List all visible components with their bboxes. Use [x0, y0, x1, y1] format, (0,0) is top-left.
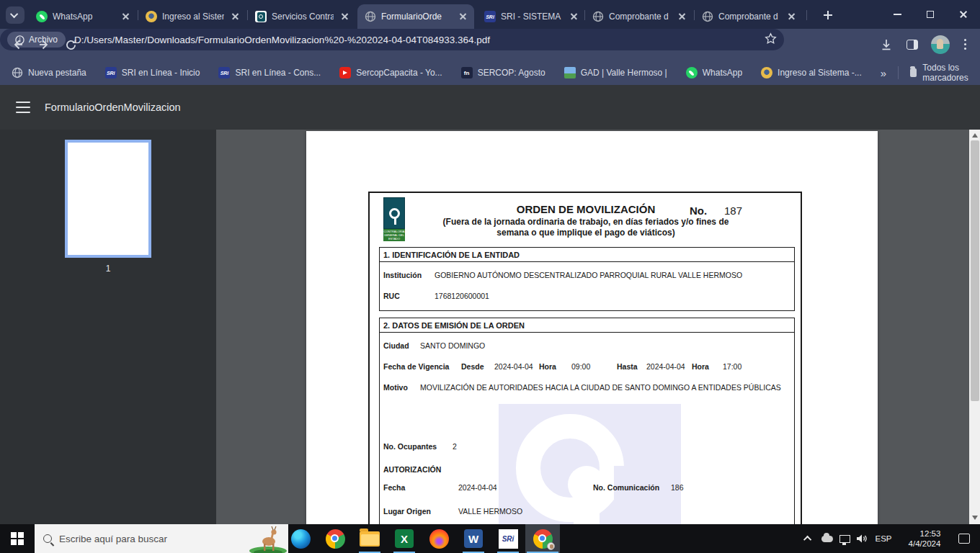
tray-network[interactable]: [836, 524, 853, 553]
ciudad-value: SANTO DOMINGO: [420, 341, 485, 350]
bookmarks-overflow-chevron[interactable]: »: [881, 67, 886, 79]
tray-clock[interactable]: 12:53 4/4/2024: [901, 524, 948, 553]
taskbar-chrome-active[interactable]: [525, 524, 560, 553]
url-text[interactable]: D:/Users/Master/Downloads/FormularioOrde…: [74, 35, 759, 45]
bookmark-ingreso-sistema[interactable]: Ingreso al Sistema -...: [761, 67, 862, 78]
bookmark-sercop-agosto[interactable]: fn SERCOP: Agosto: [461, 67, 545, 78]
tray-language[interactable]: ESP: [870, 524, 896, 553]
gad-photo-icon: [564, 67, 576, 78]
clock-time: 12:53: [920, 529, 941, 538]
tab-close-icon[interactable]: [568, 11, 580, 23]
taskbar-chrome[interactable]: [318, 524, 352, 553]
section2-header: 2. DATOS DE EMISIÓN DE LA ORDEN: [379, 318, 795, 333]
taskbar-search-box[interactable]: Escribe aquí para buscar: [35, 524, 288, 553]
bookmark-label: SRI en Línea - Inicio: [122, 68, 200, 78]
windows-logo-icon: [11, 532, 24, 545]
desde-label: Desde: [461, 362, 484, 371]
search-icon: [43, 534, 52, 543]
bookmark-label: Nueva pestaña: [28, 68, 86, 78]
tray-onedrive[interactable]: [819, 524, 836, 553]
whatsapp-icon: [36, 11, 48, 22]
tab-close-icon[interactable]: [229, 11, 241, 23]
tray-action-center[interactable]: [953, 524, 976, 553]
pdf-menu-button[interactable]: [16, 102, 30, 113]
edge-icon: [291, 529, 311, 549]
globe-icon: [12, 67, 23, 78]
all-bookmarks-label[interactable]: Todos los marcadores: [922, 63, 973, 83]
viewer-scrollbar[interactable]: [969, 130, 980, 524]
bookmark-whatsapp[interactable]: WhatsApp: [686, 67, 742, 78]
pdf-page: CONTRALORÍA GENERAL DEL ESTADO ORDEN DE …: [306, 131, 878, 524]
page-thumbnail[interactable]: [65, 140, 151, 258]
taskbar-edge[interactable]: [283, 524, 318, 553]
document-frame: CONTRALORÍA GENERAL DEL ESTADO ORDEN DE …: [368, 192, 802, 524]
bookmark-nueva-pestana[interactable]: Nueva pestaña: [12, 67, 86, 78]
bookmark-label: GAD | Valle Hermoso |: [581, 68, 667, 78]
tab-search-button[interactable]: [6, 6, 24, 24]
tab-close-icon[interactable]: [339, 11, 351, 23]
ecuador-crest-icon: [146, 11, 157, 22]
taskbar-sri-app[interactable]: SRi: [491, 524, 525, 553]
tab-servicios-contraloria[interactable]: Servicios Contra: [248, 4, 356, 29]
bookmark-gad-valle-hermoso[interactable]: GAD | Valle Hermoso |: [564, 67, 667, 78]
tab-formulario-active[interactable]: FormularioOrde: [357, 4, 474, 29]
window-minimize-button[interactable]: [881, 0, 914, 29]
tab-ingreso-sistema[interactable]: Ingreso al Sistem: [138, 4, 246, 29]
address-bar[interactable]: Archivo D:/Users/Master/Downloads/Formul…: [0, 29, 784, 50]
hora1-value: 09:00: [571, 362, 590, 371]
downloads-button[interactable]: [876, 35, 896, 54]
back-button[interactable]: [7, 35, 27, 54]
hora2-value: 17:00: [723, 362, 741, 371]
bookmark-sri-consultas[interactable]: SRi SRI en Línea - Cons...: [218, 67, 321, 78]
bookmark-sri-inicio[interactable]: SRi SRI en Línea - Inicio: [105, 67, 200, 78]
tab-label: WhatsApp: [53, 12, 115, 22]
taskbar-firefox[interactable]: [422, 524, 456, 553]
tab-comprobante-2[interactable]: Comprobante d: [695, 4, 803, 29]
start-button[interactable]: [0, 524, 35, 553]
hora2-label: Hora: [692, 362, 709, 371]
tab-whatsapp[interactable]: WhatsApp: [29, 4, 137, 29]
ruc-label: RUC: [383, 292, 400, 300]
window-close-button[interactable]: [947, 0, 980, 29]
taskbar-word[interactable]: W: [456, 524, 491, 553]
institucion-value: GOBIERNO AUTÓNOMO DESCENTRALIZADO PARROQ…: [435, 271, 742, 279]
window-maximize-button[interactable]: [914, 0, 947, 29]
bookmark-star-button[interactable]: [765, 32, 777, 48]
scrollbar-down-arrow[interactable]: [972, 516, 978, 520]
comunicacion-label: No. Comunicación: [593, 483, 659, 492]
search-highlight-animal-image[interactable]: [249, 524, 287, 553]
scrollbar-up-arrow[interactable]: [972, 133, 978, 138]
tab-comprobante-1[interactable]: Comprobante d: [585, 4, 693, 29]
sri-logo-icon: SRi: [484, 11, 496, 22]
tab-label: SRI - SISTEMA D: [501, 12, 563, 22]
plus-icon: [824, 11, 832, 19]
hasta-label: Hasta: [617, 362, 638, 371]
fecha-label: Fecha: [383, 483, 405, 492]
tab-close-icon[interactable]: [676, 11, 688, 23]
reload-button[interactable]: [61, 35, 81, 54]
tray-volume[interactable]: [853, 524, 870, 553]
bookmarks-bar: Nueva pestaña SRi SRI en Línea - Inicio …: [0, 60, 980, 85]
tab-sri-sistema[interactable]: SRi SRI - SISTEMA D: [477, 4, 585, 29]
section1-header: 1. IDENTIFICACIÓN DE LA ENTIDAD: [379, 247, 795, 262]
taskbar-file-explorer[interactable]: [352, 524, 387, 553]
tab-label: Comprobante d: [609, 12, 671, 22]
bookmark-sercop-youtube[interactable]: SercopCapacita - Yo...: [339, 67, 442, 78]
notification-icon: [958, 534, 970, 544]
scrollbar-thumb[interactable]: [971, 140, 979, 401]
browser-menu-button[interactable]: [956, 35, 976, 54]
profile-avatar[interactable]: [931, 35, 950, 54]
cge-logo: CONTRALORÍA GENERAL DEL ESTADO: [383, 197, 405, 242]
reload-icon: [65, 39, 77, 51]
vigencia-label: Fecha de Vigencia: [383, 362, 449, 371]
tab-close-icon[interactable]: [457, 11, 469, 23]
new-tab-button[interactable]: [819, 6, 837, 24]
tray-show-hidden-icons[interactable]: [798, 524, 819, 553]
taskbar-excel[interactable]: X: [387, 524, 422, 553]
tab-close-icon[interactable]: [785, 11, 798, 23]
bookmark-label: WhatsApp: [703, 68, 742, 78]
tab-close-icon[interactable]: [120, 11, 132, 23]
side-panel-button[interactable]: [902, 35, 922, 54]
ocupantes-value: 2: [453, 442, 457, 451]
forward-button[interactable]: [35, 35, 55, 54]
